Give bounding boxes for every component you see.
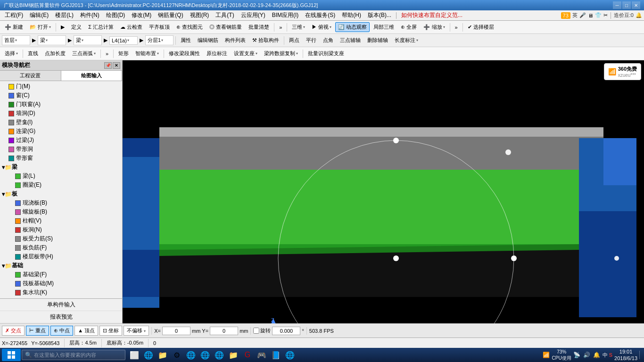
- more-button-1[interactable]: »: [276, 23, 285, 32]
- snap-vertex-button[interactable]: ▲ 顶点: [74, 326, 98, 336]
- taskbar-app-8[interactable]: 📁: [227, 349, 239, 361]
- menu-rebar-qty[interactable]: 钢筋量(Q): [155, 10, 186, 20]
- menu-file[interactable]: 工程(F): [2, 10, 26, 20]
- more-button-2[interactable]: »: [452, 23, 461, 32]
- tree-item-beam-l[interactable]: 梁(L): [8, 172, 121, 181]
- tree-item-strip-hole[interactable]: 带形洞: [1, 145, 121, 154]
- batch-identify-button[interactable]: 批量识别梁支座: [305, 49, 347, 58]
- type-dropdown[interactable]: 梁 ▾: [38, 35, 66, 45]
- tree-item-strip-window[interactable]: 带形窗: [1, 154, 121, 163]
- property-button[interactable]: 属性: [178, 35, 194, 45]
- floor-dropdown[interactable]: 首层 ▾: [2, 35, 30, 45]
- tray-notification-icon[interactable]: 🔔: [593, 351, 601, 359]
- layer-dropdown[interactable]: 分层1 ▾: [145, 35, 173, 45]
- badge-73[interactable]: 73: [561, 12, 570, 19]
- tree-item-door[interactable]: 门(M): [1, 82, 121, 91]
- partial-3d-button[interactable]: 局部三维: [371, 22, 397, 32]
- taskbar-app-2[interactable]: 🌐: [142, 349, 155, 361]
- select-floor-button[interactable]: ✔ 选择楼层: [465, 22, 497, 32]
- rotate-input[interactable]: [272, 327, 300, 335]
- taskbar-app-1[interactable]: ⬜: [128, 349, 140, 361]
- dynamic-view-button[interactable]: 🔄 动态观察: [335, 22, 370, 32]
- play-button[interactable]: ▶: [58, 23, 67, 32]
- del-aux-button[interactable]: 删除辅轴: [364, 35, 391, 45]
- menu-microphone[interactable]: 🎤: [579, 12, 586, 18]
- menu-quickconfig[interactable]: 如何快速布置自定义范...: [398, 10, 465, 20]
- taskbar-app-11[interactable]: 📘: [270, 349, 282, 361]
- view-dropdown[interactable]: ▶ 俯视 ▾: [309, 22, 334, 32]
- taskbar-app-7[interactable]: 🌐: [213, 349, 225, 361]
- tray-input-method[interactable]: 中: [603, 352, 608, 359]
- tree-group-foundation[interactable]: ▾ 📁 基础: [1, 261, 121, 270]
- menu-online[interactable]: 在线服务(S): [302, 10, 338, 20]
- three-arc-button[interactable]: 三点画弧 ▾: [69, 49, 99, 58]
- tree-item-ring-beam[interactable]: 圈梁(E): [8, 181, 121, 189]
- set-support-button[interactable]: 设置支座 ▾: [231, 49, 260, 58]
- menu-bell[interactable]: 🔔: [636, 12, 642, 18]
- taskbar-app-10[interactable]: 🎮: [256, 349, 268, 361]
- sidebar-close-button[interactable]: ✕: [113, 62, 120, 69]
- line-button[interactable]: 直线: [25, 49, 41, 58]
- two-point-button[interactable]: 两点: [286, 35, 302, 45]
- canvas-area[interactable]: Z X 📶 360免费 xzu: [123, 60, 644, 323]
- menu-cloud[interactable]: 云应用(Y): [238, 10, 268, 20]
- 3d-button[interactable]: 三维 ▾: [289, 22, 308, 32]
- start-button[interactable]: [2, 349, 21, 361]
- menu-draw[interactable]: 绘图(D): [103, 10, 128, 20]
- tree-item-door-window[interactable]: 门联窗(A): [1, 100, 121, 109]
- taskbar-app-4[interactable]: ⚙: [171, 349, 183, 361]
- report-preview-button[interactable]: 报表预览: [0, 311, 122, 323]
- point-angle-button[interactable]: 点角: [320, 35, 336, 45]
- tray-sound-icon[interactable]: 🔊: [583, 351, 591, 359]
- x-input[interactable]: [162, 327, 190, 335]
- restore-button[interactable]: □: [622, 1, 631, 9]
- select-button[interactable]: 选择 ▾: [2, 49, 21, 58]
- calc-button[interactable]: Σ 汇总计算: [85, 22, 116, 32]
- menu-edit[interactable]: 编辑(E): [27, 10, 51, 20]
- span-copy-button[interactable]: 梁跨数据复制 ▾: [261, 49, 301, 58]
- taskbar-search-box[interactable]: 🔍 在这里输入你要搜索的内容: [22, 350, 125, 360]
- time-display[interactable]: 19:01 2018/6/13: [614, 348, 637, 362]
- parallel-button[interactable]: 平行: [303, 35, 319, 45]
- subtype-dropdown[interactable]: 梁 ▾: [74, 35, 102, 45]
- tree-group-beam[interactable]: ▾ 📁 梁: [1, 163, 121, 172]
- tree-item-neg-rebar[interactable]: 板负筋(F): [8, 243, 121, 252]
- inplace-note-button[interactable]: 原位标注: [204, 49, 230, 58]
- modify-span-button[interactable]: 修改梁段属性: [166, 49, 203, 58]
- tray-network-icon[interactable]: 📶: [542, 351, 551, 359]
- overlay-360-button[interactable]: 📶 360免费 xzueu***: [604, 63, 641, 80]
- edit-rebar-button[interactable]: 编辑钢筋: [195, 35, 221, 45]
- menu-version[interactable]: 版本(B)...: [365, 10, 394, 20]
- snap-midpoint-button[interactable]: ⊕ 中点: [50, 326, 73, 336]
- menu-screen[interactable]: 🖥: [588, 13, 593, 18]
- rotate-check[interactable]: 旋转: [253, 327, 271, 334]
- tree-item-floor-band[interactable]: 楼层板带(H): [8, 252, 121, 261]
- taskbar-app-12[interactable]: 🌐: [284, 349, 296, 361]
- menu-scissors[interactable]: ✂: [603, 12, 608, 18]
- tree-item-spiral-slab[interactable]: 螺旋板(B): [8, 207, 121, 216]
- tree-item-found-beam[interactable]: 基础梁(F): [8, 270, 121, 279]
- tree-item-sump[interactable]: 集水坑(K): [8, 288, 121, 297]
- tree-item-slab-hole[interactable]: 板洞(N): [8, 225, 121, 234]
- menu-shirt[interactable]: 👕: [595, 12, 602, 18]
- find-element-button[interactable]: ⊕ 查找图元: [173, 22, 206, 32]
- cloud-check-button[interactable]: ☁ 云检查: [117, 22, 145, 32]
- component-list-button[interactable]: 构件列表: [222, 35, 248, 45]
- y-input[interactable]: [210, 327, 238, 335]
- single-component-button[interactable]: 单构件输入: [0, 299, 122, 311]
- batch-clear-button[interactable]: 批量清楚: [246, 22, 272, 32]
- taskbar-app-6[interactable]: 🌐: [199, 349, 211, 361]
- length-annotation-button[interactable]: 长度标注 ▾: [392, 35, 421, 45]
- zoom-button[interactable]: ➕ 缩放 ▾: [421, 22, 447, 32]
- close-button[interactable]: ✕: [632, 1, 640, 9]
- define-button[interactable]: 定义: [68, 22, 84, 32]
- menu-bim[interactable]: BIM应用(I): [269, 10, 302, 20]
- menu-english[interactable]: 英: [572, 12, 578, 19]
- fullscreen-button[interactable]: ⊕ 全屏: [398, 22, 420, 32]
- minimize-button[interactable]: ─: [613, 1, 621, 9]
- element-dropdown[interactable]: L4(1a) ▾: [109, 36, 138, 45]
- rectangle-button[interactable]: 矩形: [116, 49, 132, 58]
- taskbar-app-3[interactable]: 📁: [157, 349, 169, 361]
- tray-antivirus[interactable]: S: [609, 352, 612, 358]
- menu-floor[interactable]: 楼层(L): [52, 10, 76, 20]
